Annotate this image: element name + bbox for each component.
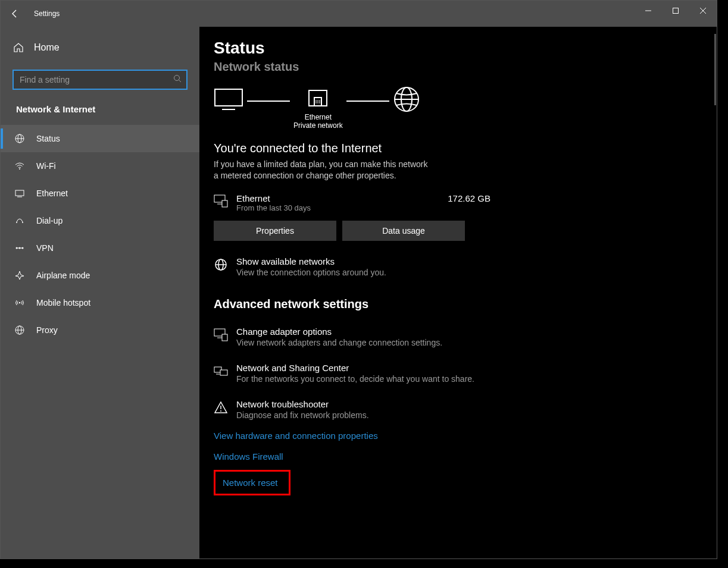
sidebar-item-hotspot[interactable]: Mobile hotspot [1, 289, 199, 316]
diagram-ethernet-sub: Private network [293, 121, 343, 130]
sharing-icon [214, 364, 228, 378]
usage-period: From the last 30 days [236, 203, 311, 212]
show-available-networks[interactable]: Show available networks View the connect… [214, 256, 547, 277]
nav-label: Dial-up [36, 216, 63, 225]
sidebar-item-status[interactable]: Status [1, 125, 199, 152]
scrollbar[interactable] [713, 27, 717, 558]
svg-rect-20 [215, 89, 242, 106]
svg-point-10 [16, 222, 17, 223]
nav-label: Airplane mode [36, 271, 90, 280]
link-windows-firewall[interactable]: Windows Firewall [214, 451, 717, 462]
network-troubleshooter[interactable]: Network troubleshooter Diagnose and fix … [214, 399, 547, 420]
network-sharing-center[interactable]: Network and Sharing Center For the netwo… [214, 363, 547, 384]
link-hardware-properties[interactable]: View hardware and connection properties [214, 431, 717, 441]
globe-icon [14, 133, 26, 145]
svg-point-11 [22, 222, 23, 223]
svg-point-43 [220, 410, 221, 412]
data-usage-button[interactable]: Data usage [342, 221, 465, 241]
sidebar-item-ethernet[interactable]: Ethernet [1, 180, 199, 207]
adapter-sub: View network adapters and change connect… [236, 338, 442, 347]
maximize-button[interactable] [662, 1, 689, 21]
ethernet-usage-icon [214, 194, 229, 208]
diagram-pc [214, 88, 243, 132]
nav-label: Proxy [36, 325, 58, 335]
content-area: Status Network status EthernetPrivate ne… [199, 27, 717, 558]
window-controls [635, 1, 717, 21]
sharing-sub: For the networks you connect to, decide … [236, 374, 474, 384]
settings-window: Settings Home Network & Internet [0, 0, 717, 559]
diagram-ethernet-label: Ethernet [305, 113, 332, 121]
nav-label: Ethernet [36, 189, 68, 198]
svg-rect-8 [15, 190, 24, 196]
sidebar-item-dialup[interactable]: Dial-up [1, 207, 199, 234]
page-title: Status [214, 39, 717, 58]
svg-rect-32 [222, 200, 227, 207]
nav-label: Wi-Fi [36, 161, 56, 171]
search-input[interactable] [13, 70, 188, 90]
sidebar-item-proxy[interactable]: Proxy [1, 316, 199, 344]
svg-rect-38 [222, 334, 227, 341]
nav-label: Mobile hotspot [36, 298, 90, 307]
nav-label: VPN [36, 243, 54, 253]
diagram-ethernet: EthernetPrivate network [293, 89, 343, 131]
globe-icon [214, 258, 228, 272]
available-sub: View the connection options around you. [236, 268, 386, 277]
minimize-button[interactable] [635, 1, 662, 21]
sidebar-nav: Status Wi-Fi Ethernet Dial-up VPN [1, 125, 199, 344]
available-title: Show available networks [236, 256, 386, 266]
troubleshoot-title: Network troubleshooter [236, 399, 369, 409]
connection-desc: If you have a limited data plan, you can… [214, 159, 434, 181]
adapter-title: Change adapter options [236, 327, 442, 337]
connection-status: You're connected to the Internet [214, 142, 717, 155]
change-adapter-options[interactable]: Change adapter options View network adap… [214, 327, 547, 347]
section-heading: Network & Internet [1, 96, 199, 125]
airplane-icon [14, 269, 26, 281]
titlebar: Settings [1, 1, 717, 27]
sidebar-item-airplane[interactable]: Airplane mode [1, 262, 199, 289]
vpn-icon [14, 242, 26, 254]
sidebar: Home Network & Internet Status Wi-Fi [1, 27, 199, 558]
home-label: Home [34, 42, 60, 53]
page-subtitle: Network status [214, 60, 717, 74]
svg-rect-1 [673, 8, 679, 14]
usage-row: Ethernet From the last 30 days 172.62 GB [214, 193, 717, 212]
sidebar-item-wifi[interactable]: Wi-Fi [1, 152, 199, 180]
diagram-internet [393, 86, 420, 134]
svg-point-16 [19, 302, 21, 304]
usage-amount: 172.62 GB [448, 193, 490, 203]
wifi-icon [14, 160, 26, 172]
usage-name: Ethernet [236, 193, 311, 203]
svg-point-7 [19, 168, 20, 170]
home-icon [13, 42, 24, 54]
properties-button[interactable]: Properties [214, 221, 336, 241]
dialup-icon [14, 215, 26, 227]
window-title: Settings [34, 10, 60, 18]
adapter-icon [214, 328, 228, 342]
nav-label: Status [36, 134, 60, 143]
svg-rect-40 [220, 370, 227, 375]
hotspot-icon [14, 297, 26, 309]
ethernet-icon [14, 187, 26, 199]
home-button[interactable]: Home [1, 34, 199, 61]
link-network-reset[interactable]: Network reset [214, 470, 290, 495]
close-button[interactable] [689, 1, 717, 21]
network-diagram: EthernetPrivate network [214, 86, 717, 134]
troubleshoot-sub: Diagnose and fix network problems. [236, 410, 369, 420]
sidebar-item-vpn[interactable]: VPN [1, 234, 199, 262]
sharing-title: Network and Sharing Center [236, 363, 474, 373]
back-button[interactable] [1, 1, 29, 27]
advanced-heading: Advanced network settings [214, 297, 717, 311]
warning-icon [214, 400, 228, 415]
proxy-icon [14, 324, 26, 336]
